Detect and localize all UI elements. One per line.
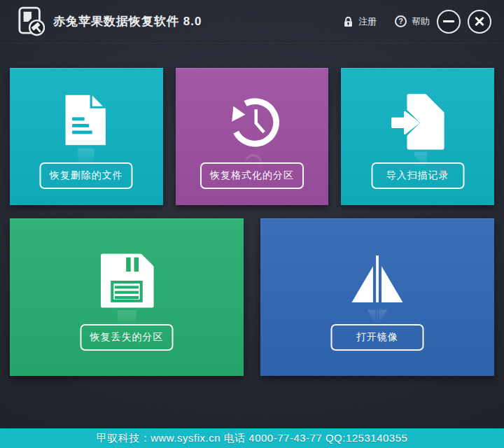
minimize-button[interactable] xyxy=(437,10,461,34)
mirror-triangles-icon xyxy=(351,253,404,329)
import-document-icon xyxy=(391,94,444,172)
tile-recover-deleted-files[interactable]: 恢复删除的文件 xyxy=(10,68,163,205)
tile-row-top: 恢复删除的文件 恢复格式化的分区 xyxy=(10,68,494,205)
import-scan-records-button[interactable]: 导入扫描记录 xyxy=(371,162,464,189)
title-bar: 赤兔苹果数据恢复软件 8.0 注册 ? 帮助 xyxy=(0,0,504,43)
minimize-icon xyxy=(443,20,454,22)
time-machine-clock-icon xyxy=(223,94,281,174)
floppy-disk-icon xyxy=(99,253,154,330)
open-image-button[interactable]: 打开镜像 xyxy=(331,324,424,351)
help-icon: ? xyxy=(395,15,407,27)
help-label: 帮助 xyxy=(412,15,430,28)
footer-bar: 甲驭科技：www.sysfix.cn 电话 4000-77-43-77 QQ:1… xyxy=(0,428,504,448)
document-icon xyxy=(64,94,108,169)
recover-formatted-partition-button[interactable]: 恢复格式化的分区 xyxy=(200,162,304,189)
recover-lost-partition-button[interactable]: 恢复丢失的分区 xyxy=(80,324,174,351)
register-label: 注册 xyxy=(358,15,377,28)
footer-contact-text: 甲驭科技：www.sysfix.cn 电话 4000-77-43-77 QQ:1… xyxy=(97,432,408,445)
tile-open-image[interactable]: 打开镜像 xyxy=(260,218,494,376)
tile-recover-formatted-partition[interactable]: 恢复格式化的分区 xyxy=(176,68,329,205)
app-title: 赤兔苹果数据恢复软件 8.0 xyxy=(53,13,202,29)
recover-deleted-files-button[interactable]: 恢复删除的文件 xyxy=(40,162,133,189)
help-button[interactable]: ? 帮助 xyxy=(395,15,430,28)
main-area: 恢复删除的文件 恢复格式化的分区 xyxy=(0,43,504,376)
close-icon xyxy=(474,16,485,27)
lock-icon xyxy=(343,15,354,28)
close-button[interactable] xyxy=(468,10,491,34)
app-logo-icon xyxy=(18,6,45,37)
tile-row-bottom: 恢复丢失的分区 打开镜像 xyxy=(10,218,494,376)
register-button[interactable]: 注册 xyxy=(343,15,377,28)
tile-recover-lost-partition[interactable]: 恢复丢失的分区 xyxy=(10,218,244,376)
tile-import-scan-records[interactable]: 导入扫描记录 xyxy=(341,68,494,205)
